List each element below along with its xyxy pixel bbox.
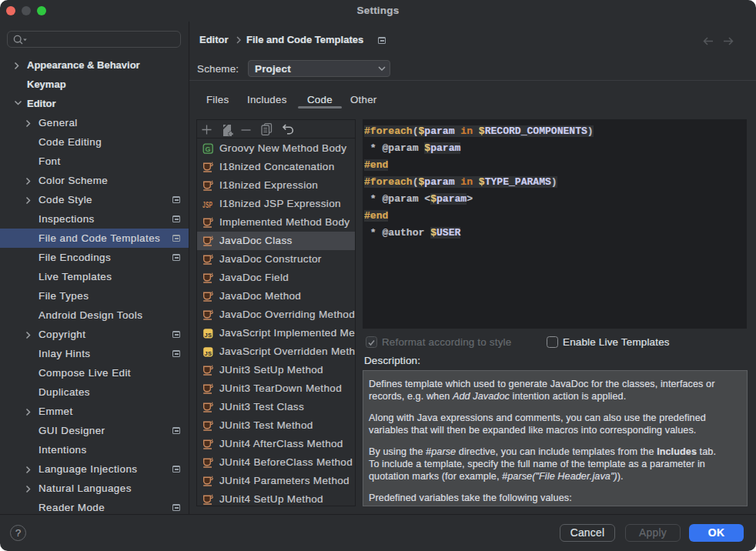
svg-text:JS: JS (205, 350, 212, 357)
svg-text:JSP: JSP (202, 201, 212, 209)
svg-text:JS: JS (205, 332, 212, 339)
svg-text:G: G (206, 145, 211, 153)
